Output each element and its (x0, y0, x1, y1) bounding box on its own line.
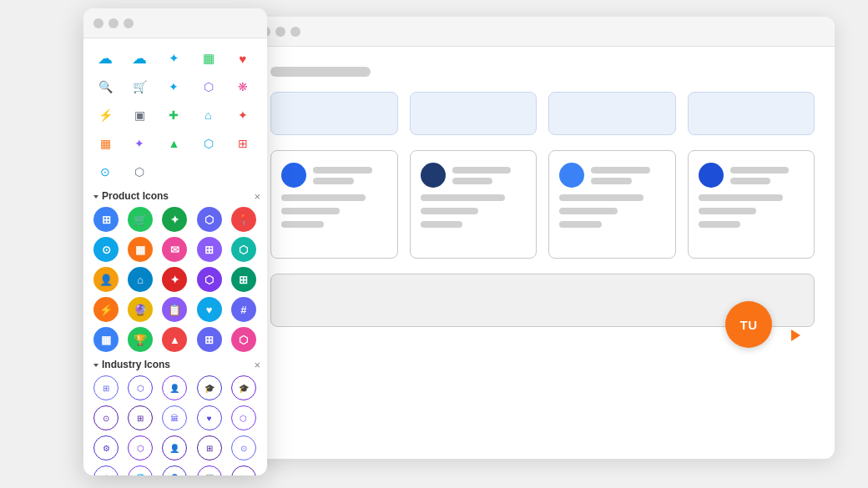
ind-icon-3[interactable]: 👤 (162, 375, 187, 400)
prod-icon-10[interactable]: ⬡ (231, 237, 256, 262)
front-titlebar-dot-2 (108, 18, 119, 28)
card-rect-4 (688, 92, 815, 135)
prod-icon-12[interactable]: ⌂ (128, 267, 153, 292)
icon-red-sq[interactable]: ⊞ (231, 132, 255, 155)
ind-icon-2[interactable]: ⬡ (128, 375, 153, 400)
icon-star2[interactable]: ✦ (231, 103, 255, 127)
ind-icon-10[interactable]: ⬡ (231, 405, 256, 430)
ind-icon-1[interactable]: ⊞ (93, 375, 119, 400)
prod-icon-1[interactable]: ⊞ (93, 207, 119, 232)
icon-heart[interactable]: ♥ (231, 47, 255, 70)
ind-icon-12[interactable]: ⬡ (128, 435, 153, 460)
prod-icon-24[interactable]: ⊞ (197, 327, 222, 352)
profile-card-header-3 (559, 163, 665, 188)
icon-orange-sq[interactable]: ▦ (93, 132, 117, 155)
search-bar-placeholder (270, 67, 371, 77)
ind-icon-11[interactable]: ⚙ (93, 435, 119, 460)
prod-icon-7[interactable]: ▦ (128, 237, 153, 262)
icon-spinner[interactable]: ✦ (162, 47, 185, 70)
text-line (730, 167, 790, 174)
ind-icon-9[interactable]: ♥ (197, 405, 222, 430)
icon-cloud2[interactable]: ☁ (128, 47, 151, 70)
text-line (730, 178, 771, 184)
ind-icon-5[interactable]: 🎓 (231, 375, 256, 400)
ind-icon-16[interactable]: ⬡ (93, 465, 119, 475)
icon-plus[interactable]: ✚ (162, 103, 185, 127)
icon-hex1[interactable]: ⬡ (197, 75, 220, 98)
icon-panel: ☁ ☁ ✦ ▦ ♥ 🔍 🛒 ✦ ⬡ ❋ ⚡ ▣ ✚ ⌂ ✦ ▦ ✦ ▲ ⬡ ⊞ … (83, 38, 267, 475)
prod-icon-17[interactable]: 🔮 (128, 297, 153, 322)
ind-icon-15[interactable]: ⊙ (231, 435, 256, 460)
avatar-4 (699, 163, 724, 188)
ind-icon-7[interactable]: ⊞ (128, 405, 153, 430)
prod-icon-21[interactable]: ▦ (93, 327, 119, 352)
icon-circle[interactable]: ⊙ (93, 160, 117, 184)
prod-icon-11[interactable]: 👤 (93, 267, 119, 292)
prod-icon-9[interactable]: ⊞ (197, 237, 222, 262)
ind-icon-13[interactable]: 👤 (162, 435, 187, 460)
icon-grid1[interactable]: ▦ (197, 47, 220, 70)
ind-icon-14[interactable]: ⊞ (197, 435, 222, 460)
prod-icon-18[interactable]: 📋 (162, 297, 187, 322)
icon-lightning[interactable]: ⚡ (93, 103, 117, 127)
ind-icon-4[interactable]: 🎓 (197, 375, 222, 400)
prod-icon-6[interactable]: ⊙ (93, 237, 119, 262)
profile-card-2 (410, 150, 537, 259)
text-line (699, 221, 741, 228)
prod-icon-25[interactable]: ⬡ (231, 327, 256, 352)
ind-icon-19[interactable]: 📋 (197, 465, 222, 475)
profile-card-3 (548, 150, 676, 259)
profile-cards-row (270, 150, 815, 259)
card-rect-3 (548, 92, 676, 135)
industry-icons-section-header: Industry Icons × (93, 359, 260, 370)
prod-icon-23[interactable]: ▲ (162, 327, 187, 352)
prod-icon-3[interactable]: ✦ (162, 207, 187, 232)
prod-icon-20[interactable]: # (231, 297, 256, 322)
avatar-3 (559, 163, 584, 188)
icon-hex3[interactable]: ⬡ (128, 160, 151, 184)
ind-icon-20[interactable]: ⊙ (231, 465, 256, 475)
text-line (559, 194, 643, 201)
ind-icon-18[interactable]: 👤 (162, 465, 187, 475)
product-icons-close-button[interactable]: × (254, 191, 260, 202)
icon-home[interactable]: ⌂ (197, 103, 220, 127)
text-line (591, 178, 632, 184)
top-icon-grid: ☁ ☁ ✦ ▦ ♥ 🔍 🛒 ✦ ⬡ ❋ ⚡ ▣ ✚ ⌂ ✦ ▦ ✦ ▲ ⬡ ⊞ … (93, 47, 260, 184)
product-icons-section-header: Product Icons × (93, 190, 260, 202)
prod-icon-15[interactable]: ⊞ (231, 267, 256, 292)
icon-star[interactable]: ✦ (162, 75, 185, 98)
text-line (421, 194, 505, 201)
bottom-banner: TU (270, 274, 815, 327)
industry-icons-title: Industry Icons (102, 359, 170, 370)
play-triangle-icon (791, 330, 800, 341)
icon-purple-star[interactable]: ✦ (128, 132, 151, 155)
prod-icon-4[interactable]: ⬡ (197, 207, 222, 232)
profile-card-4 (688, 150, 815, 259)
ind-icon-17[interactable]: 🌐 (128, 465, 153, 475)
prod-icon-2[interactable]: 🛒 (128, 207, 153, 232)
icon-search[interactable]: 🔍 (93, 75, 117, 98)
text-line (699, 208, 757, 214)
section-collapse-icon[interactable] (93, 195, 98, 199)
industry-icons-close-button[interactable]: × (254, 360, 260, 370)
prod-icon-5[interactable]: 📍 (231, 207, 256, 232)
prod-icon-19[interactable]: ♥ (197, 297, 222, 322)
ind-icon-6[interactable]: ⊙ (93, 405, 119, 430)
icon-triangle[interactable]: ▲ (162, 132, 185, 155)
prod-icon-22[interactable]: 🏆 (128, 327, 153, 352)
icon-box[interactable]: ▣ (128, 103, 151, 127)
icon-salesforce[interactable]: ☁ (93, 47, 117, 70)
industry-collapse-icon[interactable] (93, 364, 98, 367)
ind-icon-8[interactable]: 🏛 (162, 405, 187, 430)
prod-icon-8[interactable]: ✉ (162, 237, 187, 262)
icon-slack[interactable]: ❋ (231, 75, 255, 98)
product-icon-grid: ⊞ 🛒 ✦ ⬡ 📍 ⊙ ▦ ✉ ⊞ ⬡ 👤 ⌂ ✦ ⬡ ⊞ ⚡ 🔮 📋 ♥ # … (93, 207, 260, 352)
prod-icon-16[interactable]: ⚡ (93, 297, 119, 322)
icon-cart[interactable]: 🛒 (128, 75, 151, 98)
text-line (313, 167, 372, 174)
icon-hex2[interactable]: ⬡ (197, 132, 220, 155)
titlebar-dot-2 (275, 27, 285, 37)
prod-icon-14[interactable]: ⬡ (197, 267, 222, 292)
prod-icon-13[interactable]: ✦ (162, 267, 187, 292)
front-window-titlebar (83, 8, 267, 38)
